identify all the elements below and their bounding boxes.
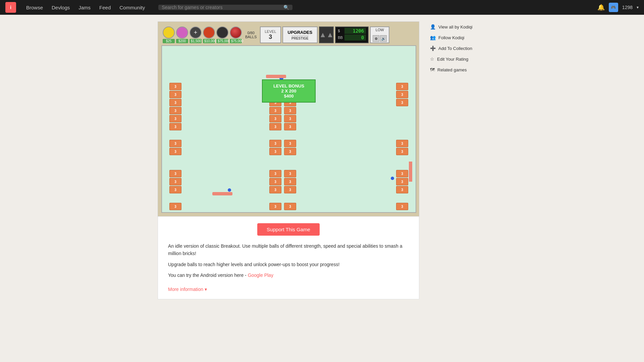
nav-jams[interactable]: Jams bbox=[75, 3, 94, 12]
level-display: LEVEL 3 bbox=[260, 26, 281, 43]
chevron-down-icon[interactable]: ▾ bbox=[637, 5, 639, 10]
brick: 3 bbox=[269, 170, 281, 177]
search-bar: 🔍 bbox=[158, 5, 292, 10]
brick: 3 bbox=[169, 186, 181, 193]
brick: 3 bbox=[396, 91, 408, 98]
brick: 3 bbox=[284, 123, 296, 130]
user-icon: 👤 bbox=[430, 24, 436, 29]
bb-value: 0 bbox=[344, 35, 366, 41]
add-collection-button[interactable]: ➕ Add To Collection bbox=[426, 43, 486, 54]
ball-price-3: $1,500 bbox=[190, 39, 202, 43]
game-container: $25 $200 + $1,500 $10,000 $75,000 bbox=[158, 21, 419, 299]
brick: 3 bbox=[169, 99, 181, 106]
star-icon: ☆ bbox=[430, 56, 434, 62]
brick: 3 bbox=[396, 83, 408, 90]
brick: 3 bbox=[169, 148, 181, 155]
brick: 3 bbox=[396, 99, 408, 106]
brick: 3 bbox=[169, 123, 181, 130]
brick: 3 bbox=[396, 178, 408, 185]
level-bonus-line1: LEVEL BONUS bbox=[269, 83, 308, 88]
ball-button-2[interactable]: $200 bbox=[176, 26, 188, 43]
brick: 3 bbox=[169, 91, 181, 98]
search-input[interactable] bbox=[162, 5, 281, 10]
game-board[interactable]: LEVEL BONUS 2 X 200 $400 3 3 3 3 3 3 3 3… bbox=[161, 45, 416, 213]
brick: 3 bbox=[169, 115, 181, 122]
more-info-link[interactable]: More information ▾ bbox=[168, 287, 207, 292]
view-all-label: View all by Kodiqi bbox=[438, 24, 473, 29]
prestige-label: PRESTIGE bbox=[291, 36, 309, 40]
brick: 3 bbox=[169, 83, 181, 90]
nav-browse[interactable]: Browse bbox=[23, 3, 46, 12]
settings-icon-button[interactable]: ⚙ bbox=[373, 35, 379, 42]
ball bbox=[228, 188, 231, 192]
brick: 3 bbox=[396, 140, 408, 147]
brick: 3 bbox=[396, 170, 408, 177]
brick: 3 bbox=[396, 203, 408, 210]
dollar-label: $ bbox=[338, 29, 343, 33]
google-play-link[interactable]: Google Play bbox=[248, 273, 273, 278]
related-games-button[interactable]: 🗺 Related games bbox=[426, 64, 486, 75]
balls-counter: 0/80 BALLS bbox=[243, 26, 259, 43]
bb-label: BB bbox=[338, 36, 343, 40]
brick: 3 bbox=[269, 107, 281, 114]
rank-button[interactable]: ▲▲ bbox=[319, 26, 334, 43]
support-game-button[interactable]: Support This Game bbox=[257, 223, 320, 236]
ball-button-3[interactable]: + $1,500 bbox=[190, 26, 202, 43]
ball-button-4[interactable]: $10,000 bbox=[203, 26, 215, 43]
brick: 3 bbox=[169, 107, 181, 114]
brick: 3 bbox=[269, 140, 281, 147]
bb-row: BB 0 bbox=[338, 35, 366, 41]
right-sidebar: 👤 View all by Kodiqi 👥 Follow Kodiqi ➕ A… bbox=[419, 21, 486, 299]
brick: 3 bbox=[284, 115, 296, 122]
brick: 3 bbox=[269, 203, 281, 210]
upgrades-prestige-button[interactable]: UPGRADES PRESTIGE bbox=[282, 26, 318, 43]
right-paddle bbox=[409, 162, 412, 182]
add-collection-label: Add To Collection bbox=[438, 46, 472, 51]
notification-bell-icon[interactable]: 🔔 bbox=[597, 4, 605, 11]
balls-label: BALLS bbox=[245, 35, 257, 39]
level-bonus-line3: $400 bbox=[269, 94, 308, 99]
view-all-button[interactable]: 👤 View all by Kodiqi bbox=[426, 21, 486, 32]
money-display: $ 1206 BB 0 bbox=[335, 26, 369, 43]
brick: 3 bbox=[284, 148, 296, 155]
brick: 3 bbox=[269, 123, 281, 130]
follow-button[interactable]: 👥 Follow Kodiqi bbox=[426, 32, 486, 43]
nav-devlogs[interactable]: Devlogs bbox=[48, 3, 73, 12]
ball-price-5: $75,000 bbox=[216, 39, 228, 43]
level-label: LEVEL bbox=[265, 29, 276, 34]
ball-price-1: $25 bbox=[163, 39, 175, 43]
related-games-label: Related games bbox=[437, 67, 467, 72]
brick: 3 bbox=[284, 186, 296, 193]
add-collection-icon: ➕ bbox=[430, 46, 436, 51]
brick: 3 bbox=[269, 186, 281, 193]
brick: 3 bbox=[284, 178, 296, 185]
brick: 3 bbox=[396, 186, 408, 193]
brick: 3 bbox=[284, 170, 296, 177]
nav-feed[interactable]: Feed bbox=[96, 3, 114, 12]
nav-community[interactable]: Community bbox=[116, 3, 148, 12]
follow-label: Follow Kodiqi bbox=[438, 35, 464, 40]
ball-button-1[interactable]: $25 bbox=[163, 26, 175, 43]
ball bbox=[391, 177, 394, 180]
game-below: Support This Game An idle version of cla… bbox=[158, 217, 419, 299]
search-icon[interactable]: 🔍 bbox=[283, 5, 289, 10]
sound-icon-button[interactable]: 🔊 bbox=[380, 35, 387, 42]
nav-links: Browse Devlogs Jams Feed Community bbox=[23, 3, 148, 12]
brick: 3 bbox=[169, 170, 181, 177]
ball-price-4: $10,000 bbox=[203, 39, 215, 43]
game-canvas-wrapper: $25 $200 + $1,500 $10,000 $75,000 bbox=[158, 21, 419, 217]
avatar[interactable]: 🎮 bbox=[609, 3, 618, 12]
game-description-3: You can try the Android version here - G… bbox=[168, 272, 409, 279]
level-bonus-popup: LEVEL BONUS 2 X 200 $400 bbox=[262, 79, 316, 103]
brick: 3 bbox=[284, 140, 296, 147]
brick: 3 bbox=[169, 140, 181, 147]
ball-button-6[interactable]: $75,000 bbox=[230, 26, 242, 43]
top-navigation: i Browse Devlogs Jams Feed Community 🔍 🔔… bbox=[0, 0, 644, 15]
username-display[interactable]: 1298 bbox=[622, 5, 633, 10]
ball-price-6: $75,000 bbox=[230, 39, 242, 43]
site-logo[interactable]: i bbox=[5, 2, 16, 13]
ball-button-5[interactable]: $75,000 bbox=[216, 26, 228, 43]
brick: 3 bbox=[269, 178, 281, 185]
bottom-paddle bbox=[212, 192, 232, 195]
edit-rating-button[interactable]: ☆ Edit Your Rating bbox=[426, 54, 486, 64]
